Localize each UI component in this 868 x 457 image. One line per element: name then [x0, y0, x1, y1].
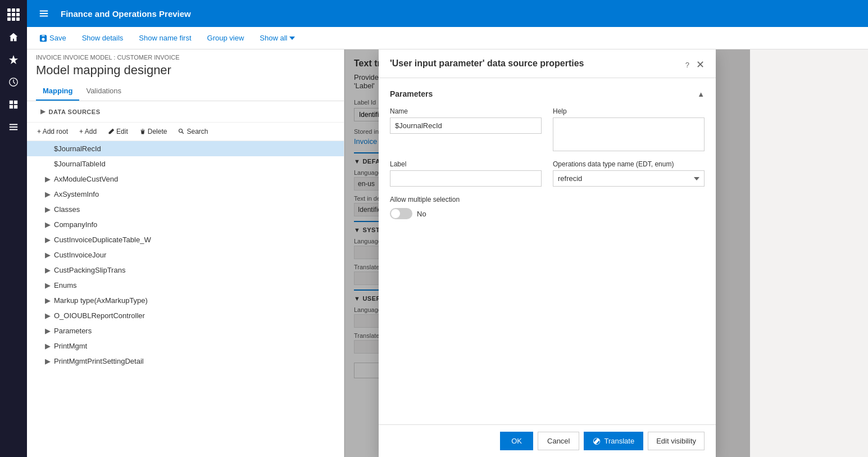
ds-item-markup-type[interactable]: ▶ Markup type(AxMarkupType) [27, 293, 344, 308]
expand-arrow: ▶ [45, 190, 54, 198]
ds-item-journal-table-id[interactable]: $JournalTableId [27, 156, 344, 171]
help-field-group: Help [553, 107, 705, 151]
label-input[interactable] [390, 170, 542, 187]
svg-point-5 [179, 129, 183, 133]
svg-rect-1 [10, 101, 13, 104]
ds-item-print-mgmt-detail[interactable]: ▶ PrintMgmtPrintSettingDetail [27, 354, 344, 369]
modal-header: 'User input parameter' data source prope… [379, 49, 716, 78]
hamburger-icon[interactable] [34, 3, 54, 24]
waffle-icon[interactable] [3, 4, 24, 25]
expand-arrow: ▶ [45, 342, 54, 350]
name-label: Name [390, 107, 542, 115]
modal-body: Parameters ▲ Name Help [379, 78, 716, 424]
ds-item-cust-packing[interactable]: ▶ CustPackingSlipTrans [27, 263, 344, 278]
ok-button[interactable]: OK [500, 432, 533, 450]
group-view-button[interactable]: Group view [204, 31, 248, 44]
ds-item-company-info[interactable]: ▶ CompanyInfo [27, 217, 344, 232]
page-title: Model mapping designer [27, 61, 344, 82]
name-field-group: Name [390, 107, 542, 151]
ds-item-journal-rec-id[interactable]: $JournalRecId [27, 141, 344, 156]
section-title: Parameters [390, 89, 433, 98]
modal-close-button[interactable]: ✕ [696, 58, 705, 71]
app-title: Finance and Operations Preview [61, 9, 191, 19]
show-details-button[interactable]: Show details [79, 31, 127, 44]
star-icon[interactable] [3, 49, 24, 70]
save-button[interactable]: Save [36, 31, 70, 44]
add-button[interactable]: + Add [76, 126, 100, 137]
help-input[interactable] [553, 117, 705, 151]
expand-arrow: ▶ [45, 205, 54, 214]
left-navigation [0, 0, 27, 457]
toggle-row: No [390, 208, 705, 219]
modal-dialog: 'User input parameter' data source prope… [379, 49, 716, 457]
expand-arrow: ▶ [45, 311, 54, 320]
help-label: Help [553, 107, 705, 115]
edit-button[interactable]: Edit [104, 126, 131, 137]
modal-footer: OK Cancel Translate Edit visibility [379, 424, 716, 457]
search-button[interactable]: Search [175, 126, 211, 137]
ds-item-print-mgmt[interactable]: ▶ PrintMgmt [27, 338, 344, 354]
expand-arrow: ▶ [45, 357, 54, 365]
expand-arrow: ▶ [45, 296, 54, 305]
expand-arrow: ▶ [45, 251, 54, 259]
ds-list: $JournalRecId $JournalTableId ▶ AxModule… [27, 141, 344, 457]
modal-title: 'User input parameter' data source prope… [390, 58, 584, 69]
menu-icon[interactable] [3, 117, 24, 137]
section-collapse-icon[interactable]: ▲ [697, 90, 705, 98]
add-root-button[interactable]: + Add root [34, 126, 71, 137]
expand-arrow: ▶ [45, 266, 54, 274]
allow-multiple-toggle[interactable] [390, 208, 412, 219]
expand-arrow: ▶ [45, 220, 54, 229]
label-label: Label [390, 160, 542, 168]
ds-item-classes[interactable]: ▶ Classes [27, 202, 344, 217]
ds-item-parameters[interactable]: ▶ Parameters [27, 323, 344, 338]
show-all-button[interactable]: Show all [256, 31, 298, 44]
expand-arrow: ▶ [45, 175, 54, 183]
home-icon[interactable] [3, 27, 24, 47]
edit-visibility-button[interactable]: Edit visibility [648, 432, 705, 450]
grid-icon[interactable] [3, 94, 24, 115]
translate-button[interactable]: Translate [584, 432, 643, 450]
modal-overlay: 'User input parameter' data source prope… [344, 49, 750, 457]
tab-bar: Mapping Validations [27, 82, 344, 101]
expand-arrow: ▶ [45, 236, 54, 244]
name-help-row: Name Help [390, 107, 705, 151]
ops-type-field-group: Operations data type name (EDT, enum) re… [553, 160, 705, 187]
name-input[interactable] [390, 117, 542, 134]
ds-actions: + Add root + Add Edit Delete Search [27, 123, 344, 141]
tab-validations[interactable]: Validations [79, 82, 128, 101]
allow-multiple-label: Allow multiple selection [390, 196, 460, 203]
main-toolbar: Save Show details Show name first Group … [27, 27, 868, 49]
delete-button[interactable]: Delete [136, 126, 171, 137]
ds-item-cust-invoice-jour[interactable]: ▶ CustInvoiceJour [27, 247, 344, 263]
ds-item-oioubl[interactable]: ▶ O_OIOUBLReportController [27, 308, 344, 323]
ds-item-cust-invoice-dup[interactable]: ▶ CustInvoiceDuplicateTable_W [27, 232, 344, 247]
tab-mapping[interactable]: Mapping [36, 82, 79, 101]
recent-icon[interactable] [3, 72, 24, 92]
svg-rect-2 [14, 101, 17, 104]
toggle-label: No [417, 210, 426, 218]
top-bar: Finance and Operations Preview [27, 0, 868, 27]
left-panel: INVOICE INVOICE MODEL : CUSTOMER INVOICE… [27, 49, 344, 457]
svg-rect-3 [10, 105, 13, 108]
show-name-first-button[interactable]: Show name first [135, 31, 194, 44]
breadcrumb: INVOICE INVOICE MODEL : CUSTOMER INVOICE [27, 49, 344, 61]
ds-toolbar: ▶ DATA SOURCES [27, 101, 344, 123]
svg-rect-4 [14, 105, 17, 108]
ops-type-label: Operations data type name (EDT, enum) [553, 160, 705, 168]
ds-item-ax-system-info[interactable]: ▶ AxSystemInfo [27, 187, 344, 202]
label-ops-row: Label Operations data type name (EDT, en… [390, 160, 705, 187]
ds-section-header[interactable]: ▶ DATA SOURCES [34, 105, 107, 119]
expand-arrow: ▶ [45, 327, 54, 335]
expand-arrow: ▶ [45, 281, 54, 289]
ds-item-ax-module[interactable]: ▶ AxModuleCustVend [27, 171, 344, 187]
label-field-group: Label [390, 160, 542, 187]
cancel-button[interactable]: Cancel [538, 432, 579, 450]
ds-item-enums[interactable]: ▶ Enums [27, 278, 344, 293]
ops-type-select[interactable]: refrecid [553, 170, 705, 187]
allow-multiple-row: Allow multiple selection [390, 196, 705, 203]
help-icon[interactable]: ? [685, 61, 689, 69]
